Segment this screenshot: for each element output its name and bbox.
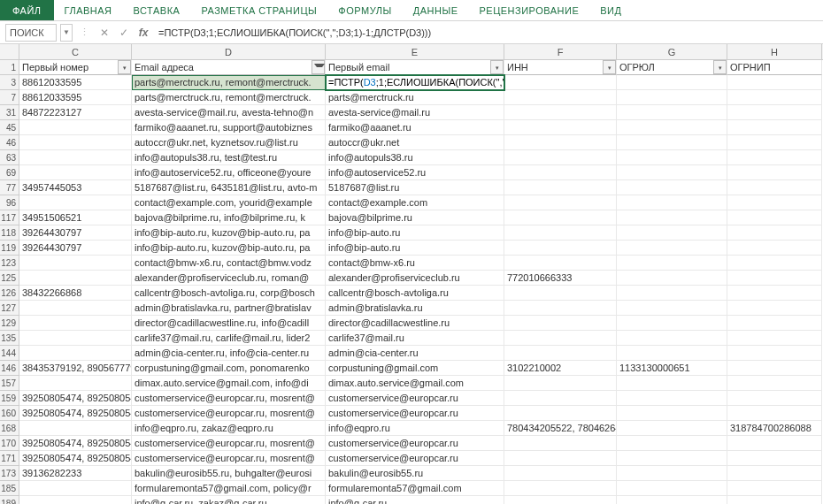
cell[interactable]: customerservice@europcar.ru, mosrent@ xyxy=(132,406,326,421)
cell[interactable] xyxy=(19,376,132,391)
cell[interactable]: autoccr@ukr.net, kyznetsov.ru@list.ru xyxy=(132,135,326,150)
cell[interactable]: 5187687@list.ru, 6435181@list.ru, avto-m xyxy=(132,180,326,195)
cell[interactable]: farmiko@aaanet.ru, support@autobiznes xyxy=(132,120,326,135)
cell[interactable] xyxy=(727,331,822,346)
cell[interactable] xyxy=(617,271,727,286)
cell[interactable] xyxy=(19,301,132,316)
cell[interactable] xyxy=(19,496,132,504)
cell[interactable] xyxy=(504,180,617,195)
row-header[interactable]: 168 xyxy=(0,421,19,436)
cell[interactable]: corpustuning@gmail.com, ponomarenko xyxy=(132,361,326,376)
cell[interactable] xyxy=(617,316,727,331)
row-header[interactable]: 7 xyxy=(0,90,19,105)
cell[interactable] xyxy=(617,241,727,256)
cell[interactable] xyxy=(617,376,727,391)
cell[interactable] xyxy=(504,150,617,165)
cell[interactable]: director@cadillacwestline.ru xyxy=(326,316,504,331)
cell[interactable] xyxy=(19,481,132,496)
cell[interactable]: info@autoservice52.ru, officeone@youre xyxy=(132,165,326,180)
cell[interactable] xyxy=(617,466,727,481)
cell[interactable]: 318784700286088 xyxy=(727,421,822,436)
cell[interactable]: info@eqpro.ru, zakaz@eqpro.ru xyxy=(132,421,326,436)
cell[interactable] xyxy=(504,451,617,466)
cell[interactable] xyxy=(19,150,132,165)
table-header-cell[interactable]: Email адреса xyxy=(132,60,326,75)
cell[interactable]: info@autoservice52.ru xyxy=(326,165,504,180)
cell[interactable] xyxy=(727,135,822,150)
cell[interactable] xyxy=(19,421,132,436)
cell[interactable]: info@g-car.ru, zakaz@g-car.ru xyxy=(132,496,326,504)
cell[interactable] xyxy=(727,451,822,466)
cell[interactable] xyxy=(617,195,727,210)
cell[interactable] xyxy=(727,241,822,256)
cell[interactable] xyxy=(504,241,617,256)
cell[interactable] xyxy=(504,210,617,225)
cell[interactable]: contact@bmw-x6.ru xyxy=(326,256,504,271)
cell[interactable]: info@autopuls38.ru xyxy=(326,150,504,165)
row-header[interactable]: 170 xyxy=(0,436,19,451)
row-header[interactable]: 118 xyxy=(0,225,19,241)
cell[interactable] xyxy=(19,120,132,135)
filter-icon[interactable]: ▾ xyxy=(490,60,504,74)
cell[interactable]: 39250805474, 89250805477 xyxy=(19,406,132,421)
cell[interactable]: admin@bratislavka.ru xyxy=(326,301,504,316)
cell[interactable]: customerservice@europcar.ru xyxy=(326,406,504,421)
col-header-E[interactable]: E xyxy=(326,44,504,59)
cell[interactable]: parts@merctruck.ru xyxy=(326,90,504,105)
cell[interactable]: 38432266868 xyxy=(19,286,132,301)
row-header[interactable]: 3 xyxy=(0,75,19,90)
cell[interactable] xyxy=(617,90,727,105)
cell[interactable]: 39264430797 xyxy=(19,241,132,256)
cell[interactable]: alexander@profiserviceclub.ru, roman@ xyxy=(132,271,326,286)
row-header[interactable]: 119 xyxy=(0,241,19,256)
cell[interactable]: info@autopuls38.ru, test@test.ru xyxy=(132,150,326,165)
table-header-cell[interactable]: Первый email▾ xyxy=(326,60,504,75)
cell[interactable]: 39250805474, 89250805477 xyxy=(19,451,132,466)
cell[interactable]: corpustuning@gmail.com xyxy=(326,361,504,376)
row-header[interactable]: 160 xyxy=(0,406,19,421)
cell[interactable] xyxy=(617,436,727,451)
cell[interactable] xyxy=(504,481,617,496)
ribbon-tab-formulas[interactable]: ФОРМУЛЫ xyxy=(327,5,402,16)
row-header[interactable]: 125 xyxy=(0,271,19,286)
cell[interactable] xyxy=(617,75,727,90)
cell[interactable] xyxy=(727,391,822,406)
cell[interactable]: dimax.auto.service@gmail.com xyxy=(326,376,504,391)
cell[interactable]: info@bip-auto.ru xyxy=(326,241,504,256)
cancel-icon[interactable]: ✕ xyxy=(96,25,112,41)
cell[interactable] xyxy=(727,180,822,195)
cell[interactable]: contact@bmw-x6.ru, contact@bmw.vodz xyxy=(132,256,326,271)
row-header[interactable]: 159 xyxy=(0,391,19,406)
cell[interactable]: farmiko@aaanet.ru xyxy=(326,120,504,135)
cell[interactable] xyxy=(504,286,617,301)
cell[interactable] xyxy=(727,496,822,504)
cell[interactable] xyxy=(727,316,822,331)
cell[interactable]: formularemonta57@gmail.com xyxy=(326,481,504,496)
row-header[interactable]: 189 xyxy=(0,496,19,504)
row-header[interactable]: 46 xyxy=(0,135,19,150)
fx-icon[interactable]: fx xyxy=(135,25,151,41)
cell[interactable]: avesta-service@mail.ru xyxy=(326,105,504,120)
cell[interactable]: 39264430797 xyxy=(19,225,132,241)
cell[interactable] xyxy=(19,256,132,271)
row-header[interactable]: 63 xyxy=(0,150,19,165)
cell[interactable] xyxy=(504,225,617,241)
cell[interactable] xyxy=(19,165,132,180)
cell[interactable]: 39136282233 xyxy=(19,466,132,481)
row-header[interactable]: 126 xyxy=(0,286,19,301)
cell[interactable]: =ПСТР(D3;1;ЕСЛИОШИБКА(ПОИСК(",";D3;1)-1;… xyxy=(326,75,504,90)
cell[interactable]: 780434205522, 78046264641187847241856 xyxy=(504,421,617,436)
row-header[interactable]: 144 xyxy=(0,346,19,361)
cell[interactable]: 3102210002 xyxy=(504,361,617,376)
cell[interactable] xyxy=(617,301,727,316)
cell[interactable] xyxy=(504,165,617,180)
cell[interactable]: parts@merctruck.ru, remont@merctruck. xyxy=(132,90,326,105)
cell[interactable]: autoccr@ukr.net xyxy=(326,135,504,150)
cell[interactable]: info@g-car.ru xyxy=(326,496,504,504)
cell[interactable]: info@bip-auto.ru xyxy=(326,225,504,241)
cell[interactable] xyxy=(504,436,617,451)
ribbon-tab-review[interactable]: РЕЦЕНЗИРОВАНИЕ xyxy=(468,5,589,16)
cell[interactable] xyxy=(727,376,822,391)
row-header[interactable]: 129 xyxy=(0,316,19,331)
cell[interactable] xyxy=(617,286,727,301)
